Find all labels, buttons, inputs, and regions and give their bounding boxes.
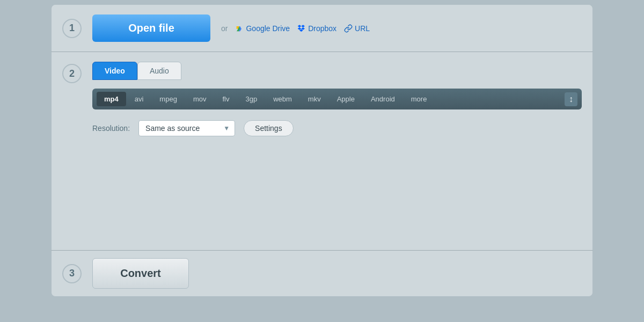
step-3-circle: 3 [62,264,82,283]
tab-audio[interactable]: Audio [137,62,181,80]
format-android[interactable]: Android [363,92,402,106]
format-bar: mp4 avi mpeg mov flv 3gp webm [92,89,582,109]
google-drive-icon [235,24,244,33]
section-open-file: 1 Open file or Google Drive Dropbox [51,4,593,52]
tab-bar: Video Audio [92,62,582,80]
convert-button[interactable]: Convert [92,258,189,289]
step-2-circle: 2 [62,64,82,83]
resolution-select-wrapper: Same as source 3840x2160 (4K) 1920x1080 … [138,120,235,136]
section-convert: 3 Convert [51,251,593,297]
url-icon [344,24,353,33]
google-drive-link[interactable]: Google Drive [235,24,290,33]
format-flv[interactable]: flv [215,92,237,106]
format-3gp[interactable]: 3gp [238,92,265,106]
format-expand-button[interactable]: ↕ [565,92,577,106]
step-1-circle: 1 [62,19,82,38]
dropbox-icon [297,24,306,33]
or-text: or [221,24,228,33]
resolution-label: Resolution: [92,124,130,133]
dropbox-link[interactable]: Dropbox [297,24,336,33]
tab-video[interactable]: Video [92,62,137,80]
open-file-button[interactable]: Open file [92,14,210,42]
section-format: 2 Video Audio mp4 avi [51,52,593,251]
settings-button[interactable]: Settings [244,120,294,136]
url-link[interactable]: URL [344,24,370,33]
format-mp4[interactable]: mp4 [97,92,126,106]
format-webm[interactable]: webm [266,92,299,106]
format-apple[interactable]: Apple [330,92,362,106]
format-mkv[interactable]: mkv [301,92,328,106]
resolution-row: Resolution: Same as source 3840x2160 (4K… [92,118,582,138]
main-container: 1 Open file or Google Drive Dropbox [51,0,593,297]
resolution-select[interactable]: Same as source 3840x2160 (4K) 1920x1080 … [138,120,235,136]
format-avi[interactable]: avi [127,92,151,106]
format-mpeg[interactable]: mpeg [152,92,185,106]
open-options: or Google Drive Dropbox [221,24,370,33]
format-content: Video Audio mp4 avi mpeg mov [92,62,582,138]
format-more[interactable]: more [404,92,435,106]
format-mov[interactable]: mov [186,92,214,106]
